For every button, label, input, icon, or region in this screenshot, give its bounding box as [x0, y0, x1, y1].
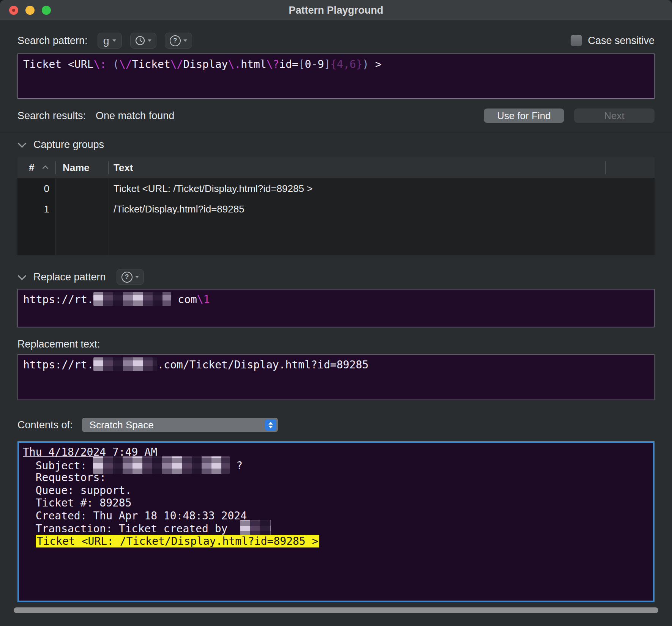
contents-source-value: Scratch Space	[82, 419, 265, 431]
cell-text: Ticket <URL: /Ticket/Display.html?id=892…	[109, 178, 605, 199]
regex-engine-menu-button[interactable]: g	[98, 33, 122, 49]
highlighted-match: Ticket <URL: /Ticket/Display.html?id=892…	[36, 535, 320, 547]
question-icon: ?	[170, 35, 181, 46]
chevron-down-icon	[135, 276, 139, 278]
sort-ascending-icon	[43, 165, 49, 171]
redacted-text	[93, 292, 171, 306]
search-pattern-label: Search pattern:	[17, 35, 88, 47]
redacted-text	[240, 520, 271, 536]
section-divider	[0, 132, 672, 132]
replacement-text-output: https://rt..com/Ticket/Display.html?id=8…	[17, 354, 655, 400]
cell-num: 0	[17, 178, 56, 199]
search-pattern-input[interactable]: Ticket <URL\: (\/Ticket\/Display\.html\?…	[17, 53, 655, 99]
case-sensitive-label: Case sensitive	[588, 35, 655, 47]
horizontal-scrollbar[interactable]	[14, 607, 658, 613]
titlebar: Pattern Playground	[0, 0, 672, 21]
pattern-playground-window: Pattern Playground Search pattern: g ?	[0, 0, 672, 626]
column-header-spacer	[605, 161, 655, 174]
replace-pattern-title: Replace pattern	[33, 271, 106, 283]
redacted-text	[93, 357, 157, 371]
clock-icon	[135, 36, 145, 46]
column-header-text[interactable]: Text	[109, 162, 605, 174]
question-icon: ?	[121, 272, 133, 283]
chevron-down-icon[interactable]	[18, 272, 27, 280]
capture-groups-title: Capture groups	[33, 139, 104, 151]
cell-end	[605, 178, 655, 199]
cell-text: /Ticket/Display.html?id=89285	[109, 199, 605, 219]
search-results-label: Search results:	[17, 110, 86, 122]
document-line: Created: Thu Apr 18 10:48:33 2024	[23, 510, 649, 522]
pattern-history-menu-button[interactable]	[130, 33, 156, 49]
contents-source-popup[interactable]: Scratch Space	[82, 418, 278, 432]
popup-chevrons-icon	[265, 419, 276, 431]
replace-help-menu-button[interactable]: ?	[117, 269, 144, 285]
scratch-space-editor[interactable]: Thu 4/18/2024 7:49 AM Subject: ? Request…	[17, 441, 655, 602]
chevron-down-icon	[112, 39, 116, 42]
redacted-text	[93, 456, 230, 474]
search-results-value: One match found	[96, 110, 174, 122]
column-header-name[interactable]: Name	[56, 161, 109, 174]
capture-groups-body: 0Ticket <URL: /Ticket/Display.html?id=89…	[17, 178, 655, 255]
contents-of-label: Contents of:	[17, 419, 73, 431]
chevron-down-icon	[183, 39, 187, 42]
regex-engine-icon: g	[103, 36, 109, 46]
cell-num: 1	[17, 199, 56, 219]
table-empty-space	[17, 219, 655, 255]
pattern-help-menu-button[interactable]: ?	[165, 33, 192, 49]
capture-groups-header: # Name Text	[17, 157, 655, 178]
document-line: Ticket <URL: /Ticket/Display.html?id=892…	[23, 535, 649, 548]
cell-name	[56, 199, 109, 219]
chevron-down-icon	[148, 39, 151, 42]
column-header-number[interactable]: #	[17, 161, 56, 174]
capture-groups-table: # Name Text 0Ticket <URL: /Ticket/Displa…	[17, 157, 655, 255]
cell-name	[56, 178, 109, 199]
document-line: Transaction: Ticket created by	[23, 522, 649, 535]
case-sensitive-checkbox[interactable]	[571, 35, 582, 46]
next-button[interactable]: Next	[574, 109, 655, 123]
capture-group-row[interactable]: 1/Ticket/Display.html?id=89285	[17, 199, 655, 219]
replacement-text-label: Replacement text:	[17, 338, 100, 350]
document-line: Queue: support.	[23, 484, 649, 497]
use-for-find-button[interactable]: Use for Find	[484, 109, 564, 123]
chevron-down-icon[interactable]	[18, 139, 27, 148]
replace-pattern-input[interactable]: https://rt. com\1	[17, 289, 655, 327]
cell-end	[605, 199, 655, 219]
capture-group-row[interactable]: 0Ticket <URL: /Ticket/Display.html?id=89…	[17, 178, 655, 199]
window-title: Pattern Playground	[0, 5, 672, 16]
document-line: Subject: ?	[23, 459, 649, 472]
document-line: Ticket #: 89285	[23, 497, 649, 510]
